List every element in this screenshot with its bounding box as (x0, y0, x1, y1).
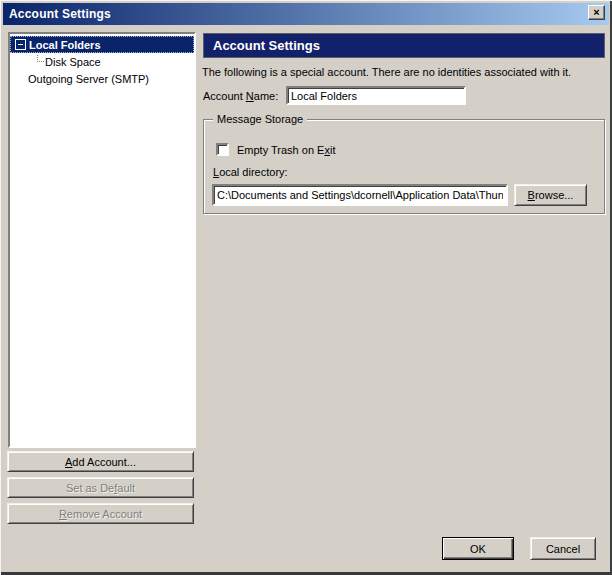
special-account-description: The following is a special account. Ther… (202, 66, 606, 78)
remove-account-button: Remove Account (7, 503, 194, 524)
panel-title: Account Settings (213, 38, 320, 53)
empty-trash-label[interactable]: Empty Trash on Exit (237, 144, 335, 156)
local-directory-input[interactable] (212, 184, 508, 206)
close-icon: × (593, 7, 599, 18)
titlebar[interactable]: Account Settings (3, 3, 609, 25)
close-button[interactable]: × (588, 5, 605, 20)
tree-connector-line (37, 55, 44, 62)
account-tree: Local Folders Disk Space Outgoing Server… (8, 32, 196, 448)
local-directory-label: Local directory: (213, 166, 288, 178)
tree-item-label: Outgoing Server (SMTP) (28, 73, 149, 85)
tree-item-outgoing-server[interactable]: Outgoing Server (SMTP) (10, 70, 194, 87)
account-name-input[interactable] (286, 86, 466, 105)
empty-trash-checkbox[interactable] (216, 143, 229, 156)
tree-item-local-folders[interactable]: Local Folders (10, 36, 194, 53)
tree-item-label: Local Folders (29, 39, 101, 51)
ok-button[interactable]: OK (442, 537, 514, 560)
collapse-minus-icon[interactable] (15, 39, 26, 50)
add-account-button[interactable]: Add Account... (7, 451, 194, 472)
tree-item-disk-space[interactable]: Disk Space (10, 53, 194, 70)
set-as-default-button: Set as Default (7, 477, 194, 498)
account-name-label: Account Name: (203, 90, 278, 102)
cancel-button[interactable]: Cancel (530, 537, 596, 560)
browse-button[interactable]: Browse... (514, 184, 587, 206)
account-settings-dialog: Account Settings × Local Folders Disk Sp… (0, 0, 612, 575)
message-storage-legend: Message Storage (213, 112, 307, 126)
window-title: Account Settings (9, 7, 111, 21)
panel-header: Account Settings (203, 33, 605, 58)
tree-item-label: Disk Space (45, 56, 101, 68)
